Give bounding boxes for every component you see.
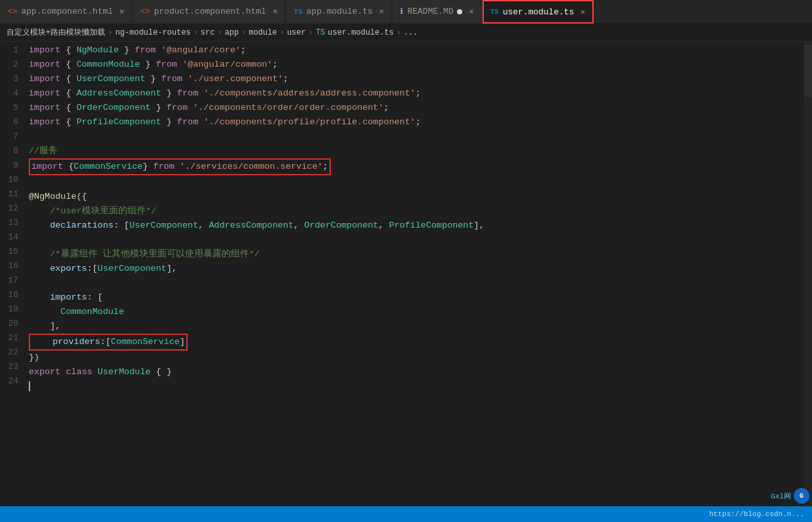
code-line-13: declarations: [UserComponent, AddressCom…	[29, 218, 812, 233]
breadcrumb-ellipsis: ...	[403, 28, 418, 37]
tab-close-icon[interactable]: ✕	[379, 7, 384, 16]
tab-close-icon[interactable]: ✕	[469, 7, 473, 16]
breadcrumb-item: user	[287, 28, 306, 37]
code-line-6: import { ProfileComponent } from './comp…	[29, 115, 812, 130]
tab-app-component[interactable]: <> app.component.html ✕	[0, 0, 133, 24]
code-line-17	[29, 276, 812, 290]
tab-user-module[interactable]: TS user.module.ts ✕	[482, 0, 594, 24]
tab-label: user.module.ts	[503, 7, 574, 17]
breadcrumb-separator: ›	[241, 28, 246, 37]
breadcrumb: 自定义模块+路由模块懒加载 › ng-module-routes › src ›…	[0, 24, 812, 42]
code-line-5: import { OrderComponent } from './compon…	[29, 101, 812, 115]
code-line-2: import { CommonModule } from '@angular/c…	[29, 58, 812, 72]
breadcrumb-separator: ›	[396, 28, 401, 37]
breadcrumb-ts-icon: TS	[316, 28, 325, 37]
status-bar: https://blog.csdn.n...	[0, 506, 812, 522]
tab-label: app.component.html	[21, 7, 112, 16]
breadcrumb-item: ng-module-routes	[115, 28, 190, 37]
breadcrumb-separator: ›	[108, 28, 112, 37]
breadcrumb-filename: user.module.ts	[328, 28, 394, 37]
tab-close-icon[interactable]: ✕	[120, 7, 124, 16]
tab-close-icon[interactable]: ✕	[581, 7, 585, 17]
watermark: Gxl网 G	[771, 488, 809, 504]
code-line-7	[29, 130, 812, 144]
breadcrumb-item: module	[248, 28, 277, 37]
status-url: https://blog.csdn.n...	[709, 510, 804, 518]
tab-close-icon[interactable]: ✕	[273, 7, 277, 16]
code-line-8: //服务	[29, 144, 812, 158]
ts-icon: TS	[294, 8, 302, 16]
code-line-14	[29, 233, 812, 247]
modified-indicator	[457, 9, 462, 14]
code-line-19: CommonModule	[29, 305, 812, 319]
code-line-3: import { UserComponent } from './user.co…	[29, 72, 812, 86]
tab-app-module[interactable]: TS app.module.ts ✕	[286, 0, 392, 24]
watermark-logo: G	[794, 488, 809, 504]
info-icon: ℹ	[400, 7, 403, 16]
code-line-1: import { NgModule } from '@angular/core'…	[29, 43, 812, 58]
code-line-9: import {CommonService} from './services/…	[29, 158, 812, 175]
code-line-15: /*暴露组件 让其他模块里面可以使用暴露的组件*/	[29, 247, 812, 262]
code-line-11: @NgModule({	[29, 190, 812, 204]
code-line-23: export class UserModule { }	[29, 365, 812, 379]
code-line-20: ],	[29, 319, 812, 334]
code-line-24	[29, 379, 812, 394]
tab-bar: <> app.component.html ✕ <> product.compo…	[0, 0, 812, 24]
tab-label: README.MD	[407, 7, 453, 16]
watermark-text: Gxl网	[771, 491, 791, 501]
breadcrumb-item: app	[225, 28, 239, 37]
html-icon: <>	[8, 7, 17, 16]
breadcrumb-separator: ›	[280, 28, 284, 37]
tab-readme[interactable]: ℹ README.MD ✕	[392, 0, 482, 24]
code-line-10	[29, 175, 812, 190]
ts-icon: TS	[490, 8, 499, 16]
html-icon: <>	[141, 7, 150, 16]
code-line-18: imports: [	[29, 290, 812, 305]
minimap	[804, 42, 812, 506]
line-numbers: 1 2 3 4 5 6 7 8 9 10 11 12 13 14 15 16 1…	[0, 42, 24, 506]
breadcrumb-separator: ›	[217, 28, 222, 37]
code-line-22: })	[29, 351, 812, 365]
tab-product-component[interactable]: <> product.component.html ✕	[133, 0, 286, 24]
code-line-16: exports:[UserComponent],	[29, 262, 812, 276]
code-line-12: /*user模块里面的组件*/	[29, 204, 812, 218]
tab-label: app.module.ts	[307, 7, 373, 16]
breadcrumb-text: 自定义模块+路由模块懒加载	[7, 27, 105, 38]
breadcrumb-separator: ›	[194, 28, 198, 37]
code-line-21: providers:[CommonService]	[29, 334, 812, 351]
code-editor: 1 2 3 4 5 6 7 8 9 10 11 12 13 14 15 16 1…	[0, 42, 812, 506]
tab-label: product.component.html	[154, 7, 266, 16]
breadcrumb-item: src	[201, 28, 215, 37]
breadcrumb-separator: ›	[309, 28, 313, 37]
code-lines: import { NgModule } from '@angular/core'…	[24, 42, 812, 506]
code-line-4: import { AddressComponent } from './comp…	[29, 86, 812, 101]
